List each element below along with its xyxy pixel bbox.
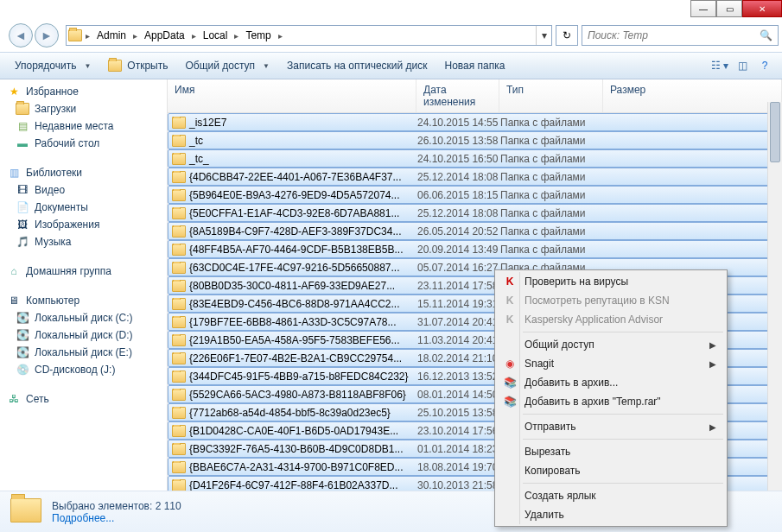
sidebar-item-disk-c[interactable]: 💽Локальный диск (C:) <box>0 309 167 326</box>
breadcrumb[interactable]: Local <box>198 26 233 45</box>
breadcrumb[interactable]: Admin <box>92 26 131 45</box>
sidebar-item-pictures[interactable]: 🖼Изображения <box>0 216 167 233</box>
chevron-right-icon[interactable]: ▸ <box>232 31 240 41</box>
file-name: {219A1B50-EA5A-458A-95F5-7583BEFE56... <box>189 334 400 346</box>
folder-icon <box>172 207 186 219</box>
nav-forward-button[interactable]: ► <box>35 23 59 48</box>
navigation-sidebar: ★Избранное Загрузки ▤Недавние места ▬Раб… <box>0 79 168 491</box>
table-row[interactable]: {5E0CFFA1-E1AF-4CD3-92E8-6D7ABA881...25.… <box>168 204 782 222</box>
file-date: 15.11.2014 19:31 <box>417 298 500 310</box>
file-date: 24.10.2015 14:55 <box>417 117 500 129</box>
chevron-right-icon[interactable]: ▸ <box>131 31 139 41</box>
file-date: 23.10.2014 17:56 <box>417 425 500 437</box>
nav-back-button[interactable]: ◄ <box>9 23 33 48</box>
ctx-delete[interactable]: Удалить <box>497 505 725 524</box>
sidebar-item-disk-e[interactable]: 💽Локальный диск (E:) <box>0 344 167 361</box>
sidebar-item-videos[interactable]: 🎞Видео <box>0 181 167 199</box>
file-date: 23.11.2014 17:58 <box>417 280 500 292</box>
ctx-create-shortcut[interactable]: Создать ярлык <box>497 486 725 505</box>
file-date: 11.03.2014 20:41 <box>417 334 500 346</box>
file-name: {5E0CFFA1-E1AF-4CD3-92E8-6D7ABA881... <box>189 207 399 219</box>
ctx-snagit[interactable]: ◉Snagit▶ <box>497 354 725 373</box>
refresh-button[interactable]: ↻ <box>556 25 578 46</box>
burn-button[interactable]: Записать на оптический диск <box>279 56 436 75</box>
ctx-copy[interactable]: Копировать <box>497 461 725 480</box>
file-date: 06.06.2015 18:15 <box>417 189 500 201</box>
documents-icon: 📄 <box>16 200 29 214</box>
table-row[interactable]: _is12E724.10.2015 14:55Папка с файлами <box>168 113 782 131</box>
sidebar-item-desktop[interactable]: ▬Рабочий стол <box>0 135 167 152</box>
chevron-right-icon[interactable]: ▸ <box>84 31 92 41</box>
ctx-send-to[interactable]: Отправить▶ <box>497 417 725 436</box>
column-date[interactable]: Дата изменения <box>416 79 499 112</box>
file-date: 16.12.2013 13:52 <box>417 370 500 383</box>
scrollbar-thumb[interactable] <box>770 102 780 162</box>
ctx-cut[interactable]: Вырезать <box>497 442 725 461</box>
newfolder-button[interactable]: Новая папка <box>437 56 513 75</box>
file-date: 26.10.2015 13:58 <box>417 135 500 147</box>
ctx-share[interactable]: Общий доступ▶ <box>497 335 725 354</box>
kaspersky-icon: K <box>502 274 518 289</box>
table-row[interactable]: {8A5189B4-C9F7-428D-AEF3-389F37DC34...26… <box>168 222 782 240</box>
sidebar-libraries[interactable]: ▥Библиотеки <box>0 164 167 181</box>
ctx-add-to-temp-rar[interactable]: 📚Добавить в архив "Temp.rar" <box>497 392 725 411</box>
address-bar[interactable]: ▸ Admin ▸ AppData ▸ Local ▸ Temp ▸ ▾ <box>66 25 552 46</box>
disk-icon: 💽 <box>16 311 29 325</box>
table-row[interactable]: _tc26.10.2015 13:58Папка с файлами <box>168 131 782 149</box>
column-size[interactable]: Размер <box>603 79 782 112</box>
preview-pane-button[interactable]: ◫ <box>732 55 753 76</box>
sidebar-item-music[interactable]: 🎵Музыка <box>0 233 167 250</box>
sidebar-network[interactable]: 🖧Сеть <box>0 390 167 408</box>
table-row[interactable]: {5B964E0E-B9A3-4276-9ED9-4D5A572074...06… <box>168 186 782 204</box>
sidebar-item-cd-j[interactable]: 💿CD-дисковод (J:) <box>0 361 167 378</box>
video-icon: 🎞 <box>16 183 29 197</box>
chevron-right-icon[interactable]: ▸ <box>277 31 284 41</box>
breadcrumb[interactable]: Temp <box>240 26 276 45</box>
ctx-add-to-archive[interactable]: 📚Добавить в архив... <box>497 373 725 392</box>
sidebar-item-documents[interactable]: 📄Документы <box>0 199 167 216</box>
address-dropdown[interactable]: ▾ <box>536 26 551 45</box>
open-icon <box>108 59 122 73</box>
folder-icon <box>172 389 186 401</box>
file-name: _tc <box>189 135 203 147</box>
file-date: 20.09.2014 13:49 <box>417 244 500 256</box>
sidebar-item-recent[interactable]: ▤Недавние места <box>0 117 167 135</box>
ctx-kaspersky-advisor: KKaspersky Application Advisor <box>497 310 725 329</box>
file-date: 25.10.2015 13:58 <box>417 407 500 419</box>
details-more-link[interactable]: Подробнее... <box>52 512 181 524</box>
folder-icon <box>10 498 41 526</box>
search-icon: 🔍 <box>760 29 772 41</box>
table-row[interactable]: {4D6CBB47-22EE-4401-A067-7E36BA4F37...25… <box>168 168 782 186</box>
sidebar-homegroup[interactable]: ⌂Домашняя группа <box>0 263 167 280</box>
ctx-ksn-reputation: KПосмотреть репутацию в KSN <box>497 291 725 310</box>
maximize-button[interactable]: ▭ <box>716 0 742 17</box>
sidebar-favorites[interactable]: ★Избранное <box>0 83 167 100</box>
ctx-scan-viruses[interactable]: KПроверить на вирусы <box>497 272 725 291</box>
file-name: {BBAE6C7A-2A31-4314-9700-B971C0F8ED... <box>189 461 403 473</box>
help-button[interactable]: ? <box>754 55 775 76</box>
share-button[interactable]: Общий доступ▼ <box>177 56 277 75</box>
column-type[interactable]: Тип <box>499 79 603 112</box>
column-name[interactable]: Имя <box>168 79 416 112</box>
context-menu: KПроверить на вирусы KПосмотреть репутац… <box>494 269 728 527</box>
table-row[interactable]: {48FF4B5A-AF70-4464-9CDF-B5B138EB5B...20… <box>168 240 782 258</box>
search-input[interactable]: Поиск: Temp 🔍 <box>582 25 779 46</box>
minimize-button[interactable]: — <box>690 0 716 17</box>
folder-icon <box>172 262 186 274</box>
file-name: {63CD0C4E-17FE-4C97-9216-5D56650887... <box>189 262 400 274</box>
close-button[interactable]: ✕ <box>742 0 782 17</box>
organize-button[interactable]: Упорядочить▼ <box>7 56 99 75</box>
file-name: {80BB0D35-30C0-4811-AF69-33ED9AE27... <box>189 280 395 292</box>
view-options-button[interactable]: ☷ ▾ <box>709 55 730 76</box>
chevron-right-icon[interactable]: ▸ <box>190 31 198 41</box>
scrollbar[interactable] <box>767 102 782 491</box>
chevron-right-icon: ▶ <box>709 359 716 369</box>
open-button[interactable]: Открыть <box>100 55 175 76</box>
file-date: 31.07.2014 20:41 <box>417 316 500 328</box>
sidebar-computer[interactable]: 🖥Компьютер <box>0 292 167 309</box>
breadcrumb[interactable]: AppData <box>139 26 190 45</box>
sidebar-item-downloads[interactable]: Загрузки <box>0 100 167 117</box>
folder-icon <box>172 425 186 437</box>
table-row[interactable]: _tc_24.10.2015 16:50Папка с файлами <box>168 149 782 168</box>
sidebar-item-disk-d[interactable]: 💽Локальный диск (D:) <box>0 326 167 344</box>
